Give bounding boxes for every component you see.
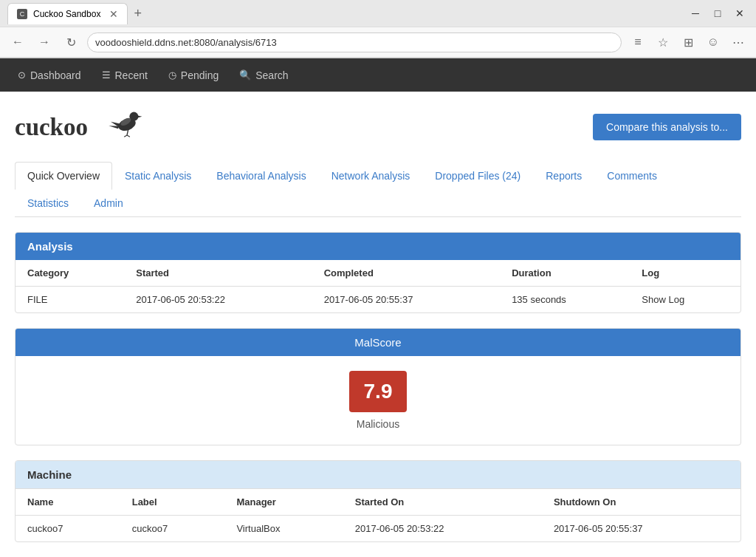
tab-title: Cuckoo Sandbox	[33, 9, 100, 19]
malscore-label: Malicious	[30, 418, 726, 430]
nav-item-recent[interactable]: ☰ Recent	[92, 61, 158, 90]
forward-button[interactable]: →	[34, 32, 55, 52]
browser-chrome: C Cuckoo Sandbox ✕ + ─ □ ✕ ← → ↻ ≡ ☆ ⊞ ☺…	[0, 0, 756, 58]
cell-manager-0: VirtualBox	[224, 516, 343, 542]
tabs-row: Quick Overview Static Analysis Behaviora…	[15, 162, 741, 189]
extensions-button[interactable]: ⊞	[678, 32, 698, 52]
new-tab-button[interactable]: +	[128, 6, 148, 21]
svg-marker-3	[138, 116, 142, 118]
tab-comments[interactable]: Comments	[594, 162, 670, 190]
address-bar: ← → ↻ ≡ ☆ ⊞ ☺ ⋯	[0, 27, 756, 58]
analysis-header: Analysis	[16, 233, 740, 260]
nav-label-recent: Recent	[115, 69, 148, 81]
cell-completed-0: 2017-06-05 20:55:37	[312, 287, 500, 313]
tab-close-button[interactable]: ✕	[109, 8, 118, 20]
minimize-button[interactable]: ─	[687, 4, 704, 22]
col-started: Started	[124, 260, 312, 287]
svg-text:cuckoo: cuckoo	[15, 114, 88, 140]
logo: cuckoo	[15, 106, 142, 147]
more-button[interactable]: ⋯	[728, 32, 749, 52]
refresh-button[interactable]: ↻	[61, 32, 81, 52]
cuckoo-logo-svg: cuckoo	[15, 106, 142, 147]
col-label: Label	[120, 489, 225, 516]
close-button[interactable]: ✕	[731, 4, 749, 22]
svg-marker-5	[109, 126, 119, 129]
nav-label-pending: Pending	[181, 69, 219, 81]
nav-label-search: Search	[255, 69, 288, 81]
logo-row: cuckoo	[15, 106, 741, 147]
browser-actions: ≡ ☆ ⊞ ☺ ⋯	[628, 32, 749, 52]
profile-button[interactable]: ☺	[703, 32, 724, 52]
col-duration: Duration	[500, 260, 630, 287]
cell-started-on-0: 2017-06-05 20:53:22	[343, 516, 542, 542]
malscore-body: 7.9 Malicious	[16, 356, 740, 445]
machine-header: Machine	[16, 461, 740, 489]
col-log: Log	[630, 260, 740, 287]
analysis-scroll: Category Started Completed Duration Log …	[16, 260, 740, 312]
svg-line-8	[124, 135, 127, 137]
browser-tab[interactable]: C Cuckoo Sandbox ✕	[7, 3, 128, 24]
cell-label-0: cuckoo7	[120, 516, 225, 542]
machine-table: Name Label Manager Started On Shutdown O…	[16, 489, 740, 541]
address-input[interactable]	[87, 33, 622, 52]
search-icon: 🔍	[239, 69, 251, 81]
machine-scroll: Name Label Manager Started On Shutdown O…	[16, 489, 740, 541]
window-controls: ─ □ ✕	[687, 4, 749, 22]
tab-favicon: C	[17, 9, 27, 19]
pending-icon: ◷	[168, 69, 176, 81]
analysis-card: Analysis Category Started Completed Dura…	[15, 232, 741, 313]
tab-network-analysis[interactable]: Network Analysis	[319, 162, 423, 190]
analysis-body: Category Started Completed Duration Log …	[16, 260, 740, 312]
tab-dropped-files[interactable]: Dropped Files (24)	[422, 162, 533, 190]
malscore-card: MalScore 7.9 Malicious	[15, 328, 741, 445]
col-category: Category	[16, 260, 124, 287]
tab-statistics[interactable]: Statistics	[15, 189, 81, 217]
dashboard-icon: ⊙	[18, 69, 26, 81]
cell-name-0: cuckoo7	[16, 516, 120, 542]
col-started-on: Started On	[343, 489, 542, 516]
tab-behavioral-analysis[interactable]: Behavioral Analysis	[204, 162, 318, 190]
nav-item-pending[interactable]: ◷ Pending	[158, 61, 229, 90]
title-bar: C Cuckoo Sandbox ✕ + ─ □ ✕	[0, 0, 756, 27]
col-name: Name	[16, 489, 120, 516]
cell-shutdown-on-0: 2017-06-05 20:55:37	[542, 516, 740, 542]
tabs-container: Quick Overview Static Analysis Behaviora…	[15, 162, 741, 217]
cell-category-0: FILE	[16, 287, 124, 313]
app-navbar: ⊙ Dashboard ☰ Recent ◷ Pending 🔍 Search	[0, 58, 756, 92]
col-manager: Manager	[224, 489, 343, 516]
tabs-row-2: Statistics Admin	[15, 189, 741, 216]
malscore-header: MalScore	[16, 329, 740, 356]
tab-quick-overview[interactable]: Quick Overview	[15, 162, 112, 190]
main-content: cuckoo	[0, 92, 756, 557]
tab-reports[interactable]: Reports	[533, 162, 594, 190]
nav-item-dashboard[interactable]: ⊙ Dashboard	[7, 61, 92, 90]
analysis-header-row: Category Started Completed Duration Log	[16, 260, 740, 287]
svg-line-9	[127, 135, 130, 137]
machine-card: Machine Name Label Manager Started On Sh…	[15, 460, 741, 542]
nav-item-search[interactable]: 🔍 Search	[229, 61, 298, 90]
recent-icon: ☰	[102, 69, 111, 81]
col-shutdown-on: Shutdown On	[542, 489, 740, 516]
analysis-table: Category Started Completed Duration Log …	[16, 260, 740, 312]
machine-header-row: Name Label Manager Started On Shutdown O…	[16, 489, 740, 516]
bookmark-button[interactable]: ☆	[653, 32, 673, 52]
machine-row-0: cuckoo7 cuckoo7 VirtualBox 2017-06-05 20…	[16, 516, 740, 542]
tab-static-analysis[interactable]: Static Analysis	[112, 162, 204, 190]
menu-button[interactable]: ≡	[628, 32, 648, 52]
compare-button[interactable]: Compare this analysis to...	[593, 114, 741, 140]
analysis-row-0: FILE 2017-06-05 20:53:22 2017-06-05 20:5…	[16, 287, 740, 313]
back-button[interactable]: ←	[7, 32, 28, 52]
cell-log-0[interactable]: Show Log	[630, 287, 740, 313]
cell-started-0: 2017-06-05 20:53:22	[124, 287, 312, 313]
nav-label-dashboard: Dashboard	[30, 69, 81, 81]
malscore-badge: 7.9	[349, 371, 408, 412]
maximize-button[interactable]: □	[709, 4, 726, 22]
tab-admin[interactable]: Admin	[81, 189, 136, 217]
cell-duration-0: 135 seconds	[500, 287, 630, 313]
col-completed: Completed	[312, 260, 500, 287]
